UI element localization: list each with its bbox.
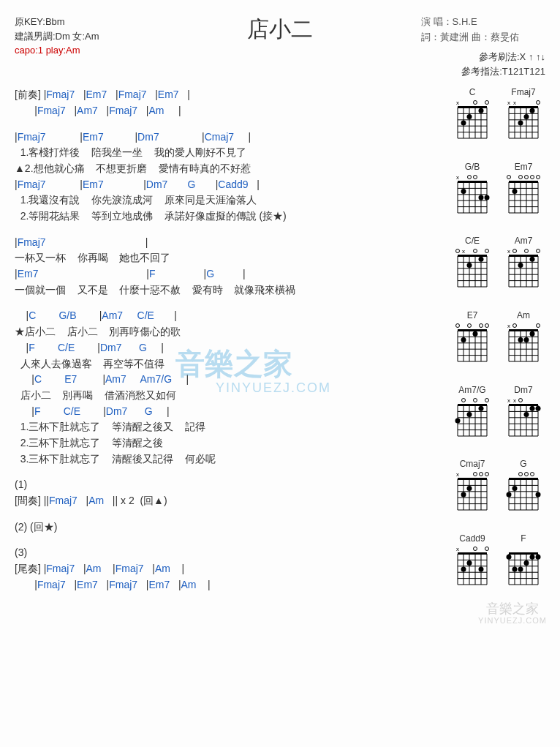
- chord-diagram-label: Am7/G: [458, 385, 485, 395]
- svg-point-66: [512, 189, 518, 194]
- song-title: 店小二: [139, 15, 421, 45]
- svg-text:x: x: [462, 248, 465, 255]
- meta-left: 原KEY:Bbm 建議男調:Dm 女:Am capo:1 play:Am: [15, 15, 139, 58]
- chord-diagram-label: C: [469, 87, 476, 97]
- svg-point-195: [480, 473, 483, 476]
- svg-point-104: [537, 249, 540, 253]
- chord-diagram: Amx: [502, 310, 545, 380]
- svg-point-160: [474, 398, 477, 402]
- lyrics-column: [前奏] |Fmaj7 |Em7 |Fmaj7 |Em7 | |Fmaj7 |A…: [15, 87, 437, 603]
- chorus-line: ★店小二 店小二 別再哼傷心的歌: [15, 324, 437, 340]
- svg-point-86: [485, 249, 489, 253]
- verse-block-1: |Fmaj7 |Em7 |Dm7 |Cmaj7 | 1.客棧打烊後 陪我坐一坐 …: [15, 129, 437, 225]
- ref-strum: 參考刷法:X ↑ ↑↓: [421, 50, 545, 65]
- svg-point-71: [507, 175, 511, 179]
- svg-point-249: [518, 566, 523, 571]
- svg-point-124: [468, 323, 472, 327]
- svg-point-193: [461, 492, 466, 498]
- svg-point-67: [537, 175, 540, 179]
- chord-diagram-label: Em7: [515, 162, 533, 172]
- svg-text:x: x: [513, 397, 516, 404]
- svg-point-12: [479, 108, 484, 113]
- svg-point-48: [461, 189, 466, 194]
- chorus-line: 店小二 別再喝 借酒消愁又如何: [15, 388, 437, 404]
- svg-point-87: [474, 249, 477, 253]
- svg-point-13: [467, 114, 472, 119]
- svg-rect-72: [458, 255, 487, 257]
- svg-rect-180: [458, 478, 487, 480]
- svg-rect-126: [509, 329, 538, 331]
- chord-diagram-label: Cadd9: [459, 533, 485, 544]
- svg-point-85: [467, 263, 472, 268]
- chorus-line: 1.三杯下肚就忘了 等清醒之後又 記得: [15, 419, 437, 435]
- chord-diagram-label: C/E: [465, 236, 480, 246]
- chord-diagrams: CxFmaj7xxG/BxEm7C/ExAm7xE7AmxAm7/GDm7xxC…: [437, 87, 545, 603]
- interlude-label: [間奏]: [15, 495, 41, 506]
- writer: 詞：黃建洲 曲：蔡旻佑: [421, 30, 545, 45]
- svg-point-30: [530, 108, 535, 113]
- orig-key: 原KEY:Bbm: [15, 15, 139, 29]
- svg-point-51: [474, 175, 477, 179]
- svg-text:x: x: [507, 323, 510, 329]
- chord-diagram-label: Cmaj7: [460, 459, 485, 469]
- svg-point-250: [512, 566, 518, 571]
- svg-text:x: x: [513, 100, 516, 106]
- svg-point-15: [485, 101, 489, 105]
- svg-point-142: [513, 323, 517, 327]
- verse-line: 2.等開花結果 等到立地成佛 承諾好像虛擬的傳說 (接★): [15, 209, 437, 225]
- svg-point-158: [455, 418, 461, 423]
- svg-rect-144: [458, 404, 487, 406]
- svg-point-49: [485, 195, 490, 200]
- svg-point-138: [530, 331, 535, 337]
- svg-point-14: [461, 121, 466, 126]
- svg-point-33: [537, 101, 540, 105]
- chord-diagram-label: G/B: [465, 162, 480, 172]
- svg-text:x: x: [456, 546, 459, 552]
- svg-point-174: [536, 405, 541, 410]
- svg-point-120: [473, 331, 478, 337]
- chord-diagram: Am7/G: [450, 385, 494, 455]
- svg-point-228: [467, 560, 472, 566]
- svg-point-247: [530, 554, 535, 559]
- svg-point-106: [513, 249, 517, 253]
- chord-diagram-label: E7: [467, 310, 478, 320]
- svg-point-50: [479, 195, 484, 200]
- chord-diagram: G/Bx: [450, 162, 494, 232]
- chord-diagram: G: [502, 459, 545, 529]
- svg-point-213: [531, 473, 534, 476]
- chorus-line: 2.三杯下肚就忘了 等清醒之後: [15, 435, 437, 451]
- svg-point-232: [474, 547, 477, 550]
- svg-rect-36: [458, 181, 487, 183]
- svg-point-159: [485, 398, 489, 402]
- chorus-line: 人來人去像過客 再空等不值得: [15, 356, 437, 372]
- chord-diagram: Cmaj7x: [450, 459, 494, 529]
- outro-label: [尾奏]: [15, 563, 41, 574]
- svg-point-161: [462, 398, 466, 402]
- svg-point-157: [467, 412, 472, 417]
- svg-rect-162: [509, 404, 538, 406]
- svg-point-251: [507, 554, 512, 559]
- chord-diagram: Fmaj7xx: [502, 87, 545, 157]
- tag-1: (1) [間奏] ||Fmaj7 |Am || x 2 (回▲): [15, 477, 437, 508]
- svg-point-121: [461, 337, 466, 342]
- verse-line: 1.客棧打烊後 陪我坐一坐 我的愛人剛好不見了: [15, 145, 437, 161]
- svg-point-105: [525, 249, 529, 253]
- svg-rect-54: [509, 181, 538, 183]
- chord-diagram: F: [502, 533, 545, 604]
- svg-text:x: x: [507, 248, 510, 255]
- svg-point-84: [479, 257, 484, 262]
- chord-diagram-label: Am: [517, 310, 530, 320]
- svg-text:x: x: [456, 100, 459, 106]
- svg-point-16: [474, 101, 477, 105]
- svg-rect-0: [458, 106, 487, 108]
- svg-rect-216: [458, 552, 487, 555]
- svg-rect-234: [509, 552, 538, 555]
- svg-point-194: [485, 473, 489, 476]
- svg-point-176: [524, 412, 529, 417]
- meta-right: 演 唱：S.H.E 詞：黃建洲 曲：蔡旻佑 參考刷法:X ↑ ↑↓ 參考指法:T…: [421, 15, 545, 80]
- verse-line: 1.我還沒有說 你先淚流成河 原來同是天涯淪落人: [15, 192, 437, 209]
- intro-block: [前奏] |Fmaj7 |Em7 |Fmaj7 |Em7 | |Fmaj7 |A…: [15, 87, 437, 119]
- svg-point-123: [480, 323, 483, 327]
- svg-point-69: [525, 175, 529, 179]
- chord-diagram-label: G: [520, 459, 526, 469]
